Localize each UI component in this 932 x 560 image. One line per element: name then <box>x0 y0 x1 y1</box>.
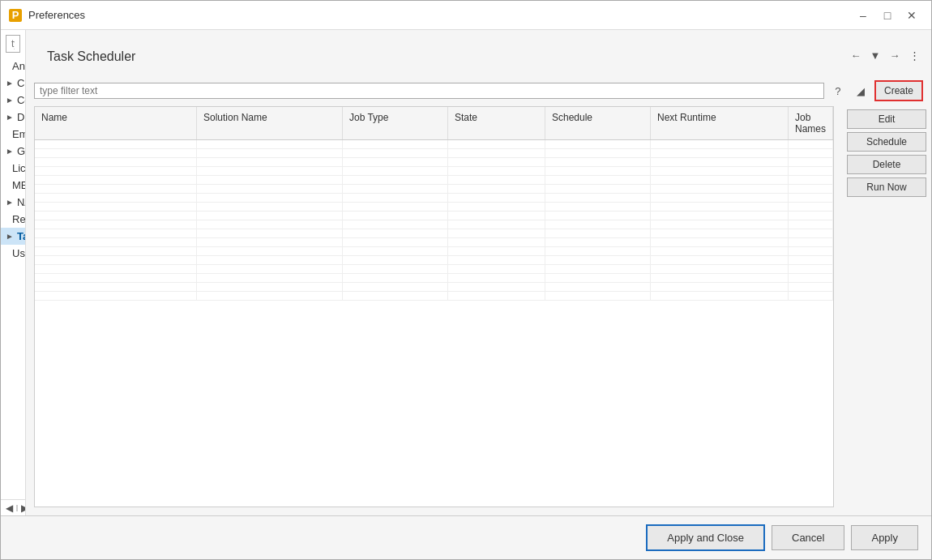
main-header-row: Task Scheduler ← ▼ → ⋮ <box>26 30 931 75</box>
table-cell <box>448 212 545 220</box>
table-cell <box>789 220 833 229</box>
table-cell <box>651 283 789 291</box>
apply-close-button[interactable]: Apply and Close <box>646 524 765 551</box>
table-row[interactable] <box>35 256 833 265</box>
table-cell <box>448 247 545 255</box>
schedule-button[interactable]: Schedule <box>847 132 926 152</box>
preferences-window: P Preferences – □ ✕ Analytics ► Cloud <box>0 0 932 560</box>
table-cell <box>197 185 343 193</box>
table-cell <box>35 292 197 300</box>
sidebar: Analytics ► Cloud Backup and Re ► Collab… <box>1 30 26 515</box>
table-cell <box>197 194 343 202</box>
sidebar-filter-wrap <box>6 35 20 53</box>
minimize-button[interactable]: – <box>852 6 874 24</box>
sidebar-item-user-management[interactable]: User Management <box>1 245 25 262</box>
dropdown-button[interactable]: ▼ <box>866 46 884 64</box>
cancel-button[interactable]: Cancel <box>772 525 844 550</box>
close-button[interactable]: ✕ <box>900 6 923 24</box>
sidebar-item-nas-config[interactable]: ► NAS Configuration <box>1 194 25 211</box>
task-scheduler-label: Task Scheduler <box>17 230 25 242</box>
table-row[interactable] <box>35 149 833 158</box>
table-cell <box>197 176 343 184</box>
scroll-left-icon[interactable]: ◀ <box>6 502 13 514</box>
table-cell <box>343 167 448 175</box>
chevron-right-icon: ► <box>6 198 14 207</box>
table-row[interactable] <box>35 185 833 194</box>
edit-button[interactable]: Edit <box>847 109 926 129</box>
more-options-button[interactable]: ⋮ <box>905 46 923 64</box>
table-row[interactable] <box>35 167 833 176</box>
sidebar-item-collab[interactable]: ► Collab, Sync, and Rep <box>1 92 25 109</box>
table-cell <box>448 140 545 148</box>
apply-button[interactable]: Apply <box>851 525 918 550</box>
table-cell <box>448 220 545 229</box>
table-cell <box>545 265 651 273</box>
table-cell <box>651 158 789 166</box>
table-actions-area: Name Solution Name Job Type State Schedu… <box>26 106 931 515</box>
delete-button[interactable]: Delete <box>847 155 926 174</box>
table-row[interactable] <box>35 283 833 292</box>
table-cell <box>789 176 833 184</box>
sidebar-item-general-config[interactable]: ► General Configuratio <box>1 143 25 160</box>
table-cell <box>448 274 545 282</box>
chevron-right-icon: ► <box>6 96 14 105</box>
table-row[interactable] <box>35 220 833 229</box>
chevron-right-icon: ► <box>6 79 14 88</box>
sidebar-item-licensing[interactable]: Licensing <box>1 160 25 177</box>
table-row[interactable] <box>35 176 833 185</box>
table-cell <box>35 274 197 282</box>
table-cell <box>789 212 833 220</box>
table-cell <box>651 292 789 300</box>
dfs-n-label: DFS-N Management <box>17 111 25 123</box>
table-cell <box>343 265 448 273</box>
table-cell <box>343 176 448 184</box>
table-cell <box>545 149 651 157</box>
app-icon: P <box>9 9 22 22</box>
table-cell <box>545 176 651 184</box>
table-row[interactable] <box>35 265 833 274</box>
table-cell <box>545 185 651 193</box>
table-cell <box>448 194 545 202</box>
col-job-names: Job Names <box>789 107 833 139</box>
table-cell <box>651 238 789 246</box>
back-button[interactable]: ← <box>847 46 865 64</box>
table-row[interactable] <box>35 292 833 301</box>
table-row[interactable] <box>35 212 833 220</box>
table-cell <box>448 265 545 273</box>
table-row[interactable] <box>35 140 833 149</box>
col-job-type: Job Type <box>343 107 448 139</box>
sidebar-item-realtime-event[interactable]: Real-time Event Dete <box>1 211 25 228</box>
sidebar-item-analytics[interactable]: Analytics <box>1 58 25 75</box>
content-area: Analytics ► Cloud Backup and Re ► Collab… <box>1 30 931 515</box>
general-config-label: General Configuratio <box>17 145 25 157</box>
table-row[interactable] <box>35 194 833 203</box>
main-filter-input[interactable] <box>40 85 819 96</box>
table-cell <box>35 194 197 202</box>
table-cell <box>651 203 789 211</box>
forward-icon: → <box>890 49 900 62</box>
table-cell <box>651 220 789 229</box>
sidebar-item-dfs-n[interactable]: ► DFS-N Management <box>1 109 25 126</box>
sidebar-list: Analytics ► Cloud Backup and Re ► Collab… <box>1 58 25 499</box>
create-button[interactable]: Create <box>874 80 923 101</box>
table-row[interactable] <box>35 203 833 212</box>
sidebar-item-email-config[interactable]: Email Configuration <box>1 126 25 143</box>
table-row[interactable] <box>35 247 833 256</box>
table-cell <box>197 292 343 300</box>
sidebar-item-cloud-backup[interactable]: ► Cloud Backup and Re <box>1 75 25 92</box>
table-row[interactable] <box>35 274 833 283</box>
forward-button[interactable]: → <box>886 46 904 64</box>
sidebar-filter-input[interactable] <box>6 35 20 53</box>
sidebar-item-task-scheduler[interactable]: ► Task Scheduler <box>1 228 25 245</box>
sidebar-item-med-config[interactable]: MED Configuration <box>1 177 25 194</box>
maximize-button[interactable]: □ <box>876 6 899 24</box>
table-row[interactable] <box>35 158 833 167</box>
help-button[interactable]: ? <box>829 82 847 100</box>
filter-button[interactable]: ◢ <box>852 82 870 100</box>
table-cell <box>789 265 833 273</box>
table-cell <box>343 212 448 220</box>
table-row[interactable] <box>35 238 833 247</box>
run-now-button[interactable]: Run Now <box>847 177 926 197</box>
table-row[interactable] <box>35 229 833 238</box>
table-cell <box>197 265 343 273</box>
